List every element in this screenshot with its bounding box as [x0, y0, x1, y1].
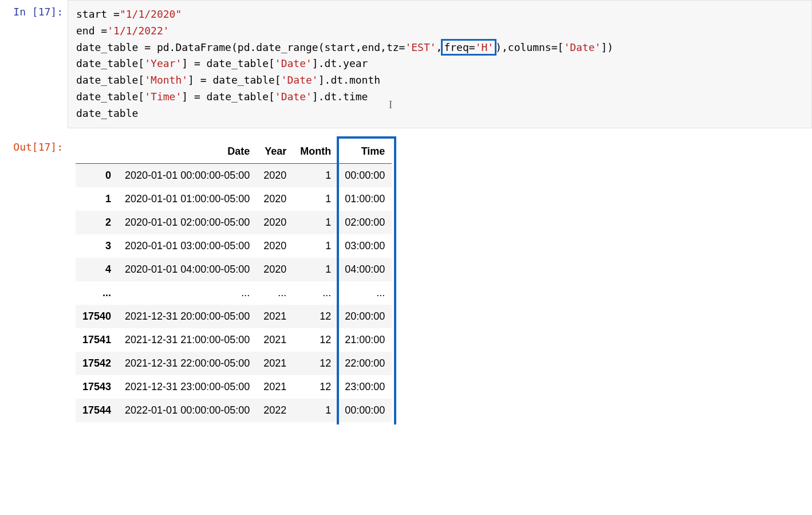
- code-token: 'Year': [144, 57, 182, 69]
- table-row: ...............: [76, 281, 392, 305]
- code-token: 'Date': [275, 91, 312, 103]
- output-area: Date Year Month Time 02020-01-01 00:00:0…: [68, 135, 812, 424]
- code-token: date_table: [76, 41, 144, 53]
- code-token: date_table: [76, 107, 138, 119]
- cell-month: 12: [293, 352, 338, 375]
- code-token: 'EST': [405, 41, 436, 53]
- cell-date: 2020-01-01 02:00:00-05:00: [118, 211, 257, 234]
- cell-year: 2020: [257, 258, 293, 281]
- code-token: dt: [325, 91, 337, 103]
- cell-time: 02:00:00: [338, 211, 392, 234]
- cell-date: 2022-01-01 00:00:00-05:00: [118, 399, 257, 422]
- code-token: '1/1/2022': [107, 25, 169, 37]
- header-time: Time: [338, 140, 392, 164]
- code-token: dt: [330, 74, 343, 86]
- code-token: =: [144, 41, 151, 53]
- cell-year: 2021: [257, 352, 293, 375]
- cell-time: 01:00:00: [338, 187, 392, 211]
- input-prompt: In [17]:: [0, 0, 68, 18]
- output-prompt: Out[17]:: [0, 135, 68, 153]
- code-token: date_table[: [200, 57, 275, 69]
- cell-date: 2021-12-31 23:00:00-05:00: [118, 375, 257, 399]
- code-token: =: [113, 8, 120, 20]
- row-index: 4: [76, 258, 118, 281]
- code-token: month: [349, 74, 380, 86]
- cell-year: 2020: [257, 211, 293, 234]
- row-index: 3: [76, 234, 118, 258]
- code-token: end: [76, 25, 101, 37]
- table-row: 175442022-01-01 00:00:00-05:002022100:00…: [76, 399, 392, 422]
- cell-time: 20:00:00: [338, 305, 392, 328]
- code-token: =: [194, 57, 200, 69]
- cell-year: 2021: [257, 328, 293, 352]
- row-index: 1: [76, 187, 118, 211]
- code-token: .: [250, 41, 256, 53]
- text-cursor-icon: I: [389, 97, 392, 113]
- cell-month: 1: [293, 258, 338, 281]
- row-index: ...: [76, 281, 118, 305]
- code-token: =: [551, 41, 558, 53]
- code-token: .: [318, 57, 325, 69]
- code-token: 'H': [475, 41, 494, 53]
- cell-date: 2021-12-31 21:00:00-05:00: [118, 328, 257, 352]
- code-token: date_range(start,end,tz: [256, 41, 399, 53]
- dataframe-table: Date Year Month Time 02020-01-01 00:00:0…: [76, 140, 392, 422]
- cell-month: 1: [293, 234, 338, 258]
- code-token: .: [318, 91, 325, 103]
- cell-month: 1: [293, 211, 338, 234]
- table-header-row: Date Year Month Time: [76, 140, 392, 164]
- highlight-freq-arg: freq='H': [441, 39, 496, 56]
- cell-date: 2020-01-01 01:00:00-05:00: [118, 187, 257, 211]
- code-token: ]: [188, 74, 200, 86]
- code-token: ]): [601, 41, 613, 53]
- table-row: 175432021-12-31 23:00:00-05:0020211223:0…: [76, 375, 392, 399]
- table-row: 12020-01-01 01:00:00-05:002020101:00:00: [76, 187, 392, 211]
- table-row: 32020-01-01 03:00:00-05:002020103:00:00: [76, 234, 392, 258]
- cell-time: 00:00:00: [338, 163, 392, 187]
- table-row: 42020-01-01 04:00:00-05:002020104:00:00: [76, 258, 392, 281]
- cell-time: 23:00:00: [338, 375, 392, 399]
- code-token: ]: [318, 74, 325, 86]
- code-token: .: [325, 74, 331, 86]
- table-row: 175422021-12-31 22:00:00-05:0020211222:0…: [76, 352, 392, 375]
- code-token: "1/1/2020": [120, 8, 182, 20]
- code-token: 'Date': [275, 57, 312, 69]
- code-input-area[interactable]: start ="1/1/2020" end ='1/1/2022' date_t…: [68, 0, 812, 128]
- code-token: =: [399, 41, 405, 53]
- cell-month: 1: [293, 187, 338, 211]
- code-token: ]: [312, 91, 318, 103]
- code-token: DataFrame(pd: [175, 41, 250, 53]
- code-token: year: [343, 57, 368, 69]
- table-row: 02020-01-01 00:00:00-05:002020100:00:00: [76, 163, 392, 187]
- code-token: .: [170, 41, 176, 53]
- output-cell: Out[17]: Date Year Month Time 02020-01-0…: [0, 135, 812, 424]
- cell-date: 2020-01-01 04:00:00-05:00: [118, 258, 257, 281]
- table-row: 175412021-12-31 21:00:00-05:0020211221:0…: [76, 328, 392, 352]
- cell-year: ...: [257, 281, 293, 305]
- code-token: dt: [325, 57, 337, 69]
- code-token: [: [558, 41, 564, 53]
- cell-month: 12: [293, 328, 338, 352]
- cell-time: 21:00:00: [338, 328, 392, 352]
- cell-date: 2020-01-01 03:00:00-05:00: [118, 234, 257, 258]
- cell-month: ...: [293, 281, 338, 305]
- cell-date: ...: [118, 281, 257, 305]
- cell-year: 2021: [257, 375, 293, 399]
- row-index: 17540: [76, 305, 118, 328]
- cell-time: 04:00:00: [338, 258, 392, 281]
- cell-date: 2021-12-31 20:00:00-05:00: [118, 305, 257, 328]
- code-token: date_table[: [76, 74, 144, 86]
- code-token: ]: [182, 57, 194, 69]
- table-row: 22020-01-01 02:00:00-05:002020102:00:00: [76, 211, 392, 234]
- cell-time: ...: [338, 281, 392, 305]
- cell-year: 2022: [257, 399, 293, 422]
- cell-year: 2021: [257, 305, 293, 328]
- row-index: 17543: [76, 375, 118, 399]
- code-token: date_table[: [200, 91, 275, 103]
- code-token: 'Date': [281, 74, 318, 86]
- code-token: .: [343, 74, 349, 86]
- row-index: 17541: [76, 328, 118, 352]
- row-index: 0: [76, 163, 118, 187]
- code-token: time: [343, 91, 368, 103]
- cell-year: 2020: [257, 187, 293, 211]
